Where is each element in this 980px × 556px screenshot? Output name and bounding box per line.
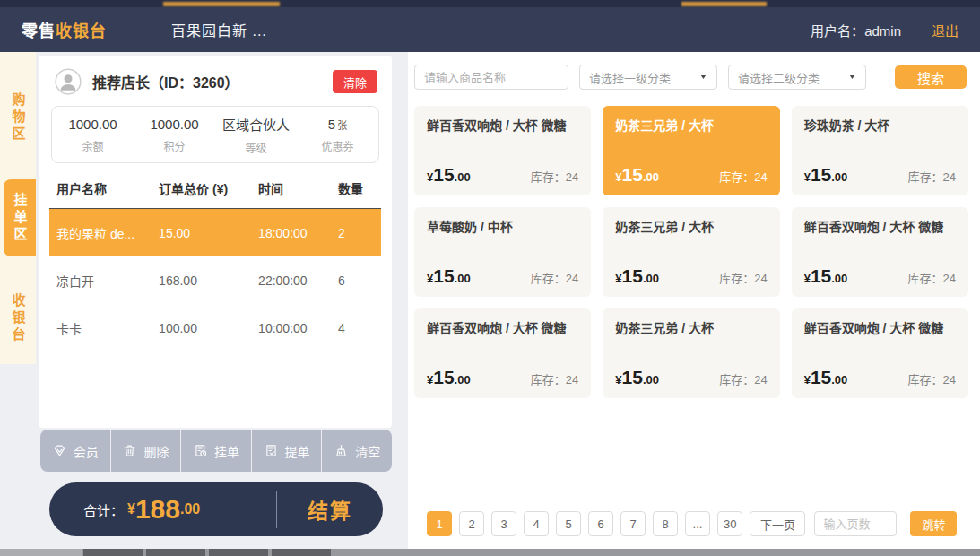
store-tab[interactable]: 百果园白新 ... [171, 19, 267, 40]
product-card[interactable]: 奶茶三兄弟 / 大杯 ¥15.00 库存：24 [603, 106, 779, 195]
background-window-remnant [163, 2, 280, 6]
stat-balance-label: 余额 [82, 138, 103, 153]
category1-select[interactable]: 请选择一级分类 [579, 65, 717, 90]
total-label: 合计： [83, 500, 124, 519]
product-search-bar: 请选择一级分类 请选择二级分类 搜索 [414, 65, 967, 90]
search-button[interactable]: 搜索 [895, 65, 967, 89]
clear-cart-button[interactable]: 清空 [322, 430, 392, 472]
sidebar-tab-cashier[interactable]: 收银台 [0, 280, 36, 357]
clear-member-button[interactable]: 清除 [333, 70, 377, 93]
background-window-remnant [0, 549, 82, 556]
order-total: 100.00 [159, 321, 258, 335]
page-button-1[interactable]: 1 [427, 511, 452, 536]
order-qty: 4 [338, 321, 381, 335]
member-name: 推荐店长（ID：3260） [92, 71, 239, 92]
product-stock: 库存：24 [908, 370, 956, 387]
main-area: 购物区 挂单区 收银台 推荐店长（ID：3260） 清除 1000.00 [0, 52, 980, 549]
member-button-label: 会员 [74, 442, 99, 460]
product-price: ¥15.00 [615, 265, 659, 287]
chevron-down-icon [848, 74, 856, 81]
order-qty: 6 [338, 274, 381, 288]
table-row[interactable]: 卡卡 100.00 10:00:00 4 [49, 304, 381, 352]
background-window-remnant [681, 2, 767, 6]
total-amount: 188 [135, 496, 180, 523]
category1-placeholder: 请选择一级分类 [589, 69, 671, 86]
hold-order-button[interactable]: 挂单 [181, 430, 252, 472]
product-price: ¥15.00 [804, 164, 848, 186]
order-total: 15.00 [159, 226, 258, 240]
order-total: 168.00 [159, 274, 258, 288]
background-window-remnant [272, 549, 331, 556]
product-name-input[interactable] [414, 65, 568, 90]
stat-coupons: 5张 优惠券 [297, 117, 378, 153]
app-header: 零售收银台 百果园白新 ... 用户名：admin 退出 [0, 7, 980, 52]
hold-order-button-label: 挂单 [214, 442, 239, 460]
pick-order-button[interactable]: 提单 [252, 430, 323, 472]
order-name: 凉白开 [49, 272, 159, 290]
member-panel: 推荐店长（ID：3260） 清除 1000.00 余额 1000.00 积分 区… [39, 56, 392, 428]
product-name: 鲜百香双响炮 / 大杯 微糖 [804, 217, 956, 237]
table-row[interactable]: 我的果粒 de... 15.00 18:00:00 2 [49, 209, 381, 256]
page-button-4[interactable]: 4 [524, 511, 549, 536]
settle-button[interactable]: 结算 [277, 494, 383, 525]
product-card[interactable]: 鲜百香双响炮 / 大杯 微糖 ¥15.00 库存：24 [414, 106, 591, 195]
order-name: 我的果粒 de... [49, 224, 159, 242]
member-button[interactable]: 会员 [40, 430, 111, 472]
cart-action-bar: 会员 删除 挂单 提单 [40, 430, 392, 472]
stat-level-value: 区域合伙人 [222, 115, 290, 134]
clear-cart-button-label: 清空 [355, 442, 380, 460]
user-avatar-icon [55, 68, 82, 95]
stat-coupons-label: 优惠券 [321, 138, 353, 153]
product-card[interactable]: 鲜百香双响炮 / 大杯 微糖 ¥15.00 库存：24 [414, 308, 591, 398]
product-stock: 库存：24 [719, 269, 767, 286]
sidebar-tab-held-orders[interactable]: 挂单区 [4, 179, 36, 256]
product-card[interactable]: 草莓酸奶 / 中杯 ¥15.00 库存：24 [414, 207, 591, 297]
background-window-remnant [209, 549, 268, 556]
member-header: 推荐店长（ID：3260） 清除 [39, 56, 392, 95]
page-number-input[interactable] [814, 511, 897, 536]
background-window-bottom [0, 549, 980, 556]
sidebar-tab-shopping-area[interactable]: 购物区 [0, 79, 36, 156]
trash-icon [122, 443, 137, 458]
cart-region: 购物区 挂单区 收银台 推荐店长（ID：3260） 清除 1000.00 [0, 52, 408, 549]
pos-screen: 零售收银台 百果园白新 ... 用户名：admin 退出 购物区 挂单区 收银台 [0, 0, 980, 556]
product-name: 鲜百香双响炮 / 大杯 微糖 [804, 318, 956, 338]
product-card[interactable]: 珍珠奶茶 / 大杯 ¥15.00 库存：24 [792, 106, 968, 195]
page-button-30[interactable]: 30 [717, 511, 742, 536]
order-qty: 2 [338, 226, 381, 240]
logout-button[interactable]: 退出 [932, 21, 958, 39]
jump-button[interactable]: 跳转 [910, 511, 957, 536]
stat-points: 1000.00 积分 [134, 117, 215, 153]
product-price: ¥15.00 [804, 265, 848, 287]
order-time: 10:00:00 [258, 321, 338, 335]
col-header-total: 订单总价 (¥) [159, 179, 258, 197]
product-stock: 库存：24 [719, 370, 767, 387]
product-card[interactable]: 奶茶三兄弟 / 大杯 ¥15.00 库存：24 [603, 308, 779, 398]
broom-clear-icon [334, 443, 349, 458]
next-page-button[interactable]: 下一页 [750, 511, 805, 536]
header-right: 用户名：admin 退出 [811, 21, 958, 39]
left-sidebar: 购物区 挂单区 收银台 [0, 52, 36, 364]
page-button-8[interactable]: 8 [653, 511, 678, 536]
background-window-remnant [146, 549, 205, 556]
page-button-7[interactable]: 7 [620, 511, 646, 536]
delete-button[interactable]: 删除 [111, 430, 182, 472]
product-stock: 库存：24 [531, 370, 578, 387]
order-time: 22:00:00 [258, 274, 338, 288]
total-amount-decimal: .00 [180, 501, 200, 517]
product-name: 草莓酸奶 / 中杯 [427, 217, 578, 237]
product-card[interactable]: 鲜百香双响炮 / 大杯 微糖 ¥15.00 库存：24 [792, 207, 968, 297]
page-ellipsis-button[interactable]: ... [685, 511, 710, 536]
category2-select[interactable]: 请选择二级分类 [728, 65, 866, 90]
table-row[interactable]: 凉白开 168.00 22:00:00 6 [49, 256, 381, 304]
page-button-5[interactable]: 5 [556, 511, 581, 536]
page-button-6[interactable]: 6 [588, 511, 613, 536]
page-button-3[interactable]: 3 [491, 511, 516, 536]
product-card[interactable]: 奶茶三兄弟 / 大杯 ¥15.00 库存：24 [603, 207, 779, 297]
product-card[interactable]: 鲜百香双响炮 / 大杯 微糖 ¥15.00 库存：24 [792, 308, 968, 398]
product-name: 鲜百香双响炮 / 大杯 微糖 [427, 318, 578, 338]
category2-placeholder: 请选择二级分类 [738, 69, 820, 86]
table-header-row: 用户名称 订单总价 (¥) 时间 数量 [49, 169, 381, 209]
hold-order-icon [193, 443, 208, 458]
page-button-2[interactable]: 2 [459, 511, 484, 536]
